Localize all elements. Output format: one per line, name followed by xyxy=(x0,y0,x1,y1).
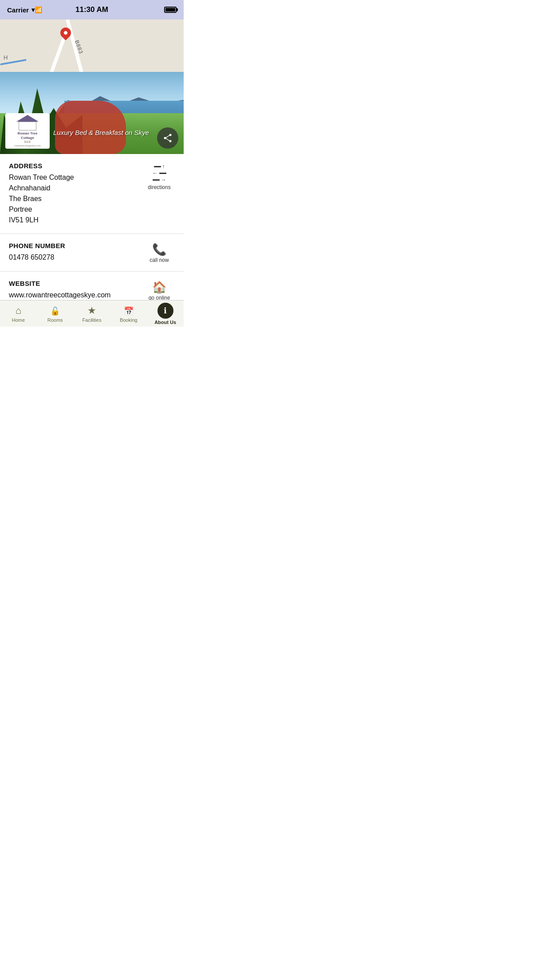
dir-arrow-right: → xyxy=(161,177,166,182)
about-us-label: About Us xyxy=(154,320,176,325)
phone-icon: 📞 xyxy=(152,244,166,255)
listing-card: Rowan TreeCottage B&B rowantreecottagesk… xyxy=(0,72,184,300)
status-time: 11:30 AM xyxy=(75,5,108,14)
logo-house-icon xyxy=(16,115,39,130)
nav-facilities[interactable]: Facilities xyxy=(74,300,110,327)
nav-rooms[interactable]: Rooms xyxy=(37,300,74,327)
battery-fill xyxy=(165,8,175,12)
address-section: ADDRESS Rowan Tree Cottage Achnahanaid T… xyxy=(0,154,184,234)
dir-arrow-up: ↑ xyxy=(162,164,165,169)
status-bar: Carrier ▾📶 11:30 AM xyxy=(0,0,184,20)
pin-head xyxy=(58,25,73,40)
phone-value: 01478 650278 xyxy=(9,252,144,263)
home-label: Home xyxy=(12,317,25,323)
address-line5: IV51 9LH xyxy=(9,216,39,224)
share-icon xyxy=(162,133,173,143)
website-icon: 🏠 xyxy=(152,281,166,293)
address-info-left: ADDRESS Rowan Tree Cottage Achnahanaid T… xyxy=(9,162,144,225)
booking-label: Booking xyxy=(120,317,138,323)
address-value: Rowan Tree Cottage Achnahanaid The Braes… xyxy=(9,172,144,225)
dir-bar-3 xyxy=(153,179,160,181)
wifi-icon: ▾📶 xyxy=(31,6,42,13)
about-us-circle xyxy=(157,303,173,319)
bottom-navigation: Home Rooms Facilities Booking About Us xyxy=(0,300,184,327)
phone-info-left: PHONE NUMBER 01478 650278 xyxy=(9,242,144,263)
logo-name: Rowan TreeCottage xyxy=(18,131,38,140)
map-view[interactable]: B883 H xyxy=(0,20,184,72)
address-line4: Portree xyxy=(9,205,32,213)
logo-url: rowantreecottageskye.com xyxy=(14,144,41,147)
map-text: H xyxy=(4,54,8,61)
address-line2: Achnahanaid xyxy=(9,184,50,192)
go-online-button[interactable]: 🏠 go online xyxy=(144,280,175,300)
booking-icon xyxy=(124,305,134,316)
call-label: call now xyxy=(150,257,169,263)
business-logo: Rowan TreeCottage B&B rowantreecottagesk… xyxy=(5,113,50,149)
home-icon xyxy=(16,305,21,316)
dir-bar-2 xyxy=(159,173,166,174)
website-label: WEBSITE xyxy=(9,280,144,287)
carrier-label: Carrier xyxy=(7,6,29,14)
directions-button[interactable]: ↑ ← → directions xyxy=(144,162,175,190)
directions-label: directions xyxy=(148,184,170,190)
address-label: ADDRESS xyxy=(9,162,144,170)
svg-point-1 xyxy=(164,137,166,139)
call-now-button[interactable]: 📞 call now xyxy=(144,242,175,263)
hero-dino xyxy=(55,101,126,154)
facilities-label: Facilities xyxy=(83,317,102,323)
address-line3: The Braes xyxy=(9,195,42,202)
rooms-icon xyxy=(50,305,60,316)
website-section: WEBSITE www.rowantreecottageskye.com 🏠 g… xyxy=(0,272,184,300)
nav-about-us[interactable]: About Us xyxy=(147,300,184,327)
phone-section: PHONE NUMBER 01478 650278 📞 call now xyxy=(0,234,184,272)
svg-line-3 xyxy=(166,135,169,138)
address-line1: Rowan Tree Cottage xyxy=(9,174,74,181)
share-button[interactable] xyxy=(157,127,178,149)
dir-bar xyxy=(154,166,161,167)
website-info-left: WEBSITE www.rowantreecottageskye.com xyxy=(9,280,144,300)
map-pin xyxy=(60,28,71,38)
svg-point-2 xyxy=(169,140,172,142)
body xyxy=(19,122,36,130)
status-right xyxy=(164,7,177,13)
status-left: Carrier ▾📶 xyxy=(7,6,42,14)
dir-line-3: → xyxy=(153,177,166,182)
svg-point-0 xyxy=(169,134,172,136)
website-value: www.rowantreecottageskye.com xyxy=(9,290,144,300)
dir-arrow-left: ← xyxy=(153,170,158,176)
main-content: Rowan TreeCottage B&B rowantreecottagesk… xyxy=(0,72,184,300)
go-online-label: go online xyxy=(149,295,170,300)
directions-icon: ↑ ← → xyxy=(153,164,166,182)
nav-booking[interactable]: Booking xyxy=(110,300,147,327)
rooms-label: Rooms xyxy=(47,317,63,323)
hero-tagline: Luxury Bed & Breakfast on Skye xyxy=(53,129,149,136)
roof xyxy=(16,115,39,122)
dir-line-2: ← xyxy=(153,170,166,176)
about-us-icon xyxy=(164,306,167,316)
svg-line-4 xyxy=(166,138,169,141)
battery-icon xyxy=(164,7,177,13)
dir-line-1: ↑ xyxy=(154,164,165,169)
nav-home[interactable]: Home xyxy=(0,300,37,327)
logo-subtext: B&B xyxy=(24,140,31,143)
phone-label: PHONE NUMBER xyxy=(9,242,144,249)
hero-image: Rowan TreeCottage B&B rowantreecottagesk… xyxy=(0,72,184,154)
facilities-icon xyxy=(87,305,96,316)
